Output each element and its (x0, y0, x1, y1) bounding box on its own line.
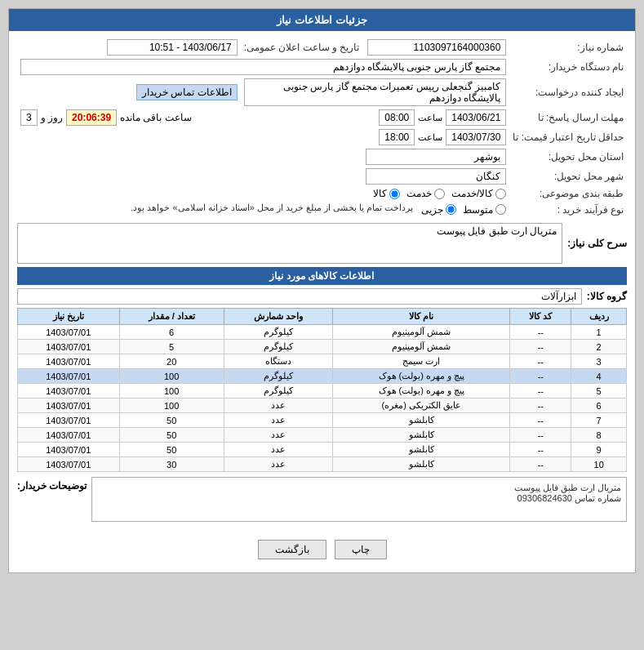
mohlat-baqi-label: ساعت باقی مانده (120, 112, 192, 123)
hadaq-label: حداقل تاریخ اعتبار قیمت: تا (509, 127, 627, 147)
main-content: شماره نیاز: 1103097164000360 تاریخ و ساع… (9, 31, 635, 572)
shahr-label: شهر محل تحویل: (509, 167, 627, 186)
noe-farayand-value: متوسط جزیی پرداخت تمام یا بخشی از مبلغ خ… (17, 201, 509, 218)
tozi-label: توضیحات خریدار: (17, 477, 87, 492)
gorohe-kala-value: ابزارآلات (17, 288, 582, 305)
gorohe-kala-label: گروه کالا: (587, 291, 627, 302)
table-row: 8--کابلشوعدد501403/07/01 (18, 428, 627, 443)
nam-dastgah-value: مجتمع گاز پارس جنوبی پالایشگاه دوازدهم (17, 57, 509, 77)
info-table: شماره نیاز: 1103097164000360 تاریخ و ساع… (17, 38, 627, 218)
serh-value: متریال ارت طبق فایل پیوست (17, 223, 562, 264)
mohlat-baqi-value: 20:06:39 (66, 109, 117, 126)
tozi-row: متریال ارت طبق فایل پیوست شماره تماس 093… (17, 477, 627, 528)
tabaqe-value: کالا/خدمت خدمت کالا (17, 186, 509, 201)
mohlat-saat: 08:00 (379, 109, 415, 126)
kala-table: ردیف کد کالا نام کالا واحد شمارش تعداد /… (17, 308, 627, 472)
col-tedad: تعداد / مقدار (119, 309, 224, 325)
table-row: 10--کابلشوعدد301403/07/01 (18, 457, 627, 472)
farayand-note: پرداخت تمام یا بخشی از مبلغ خرید از محل … (131, 203, 413, 213)
btn-bazgasht[interactable]: بازگشت (258, 540, 326, 559)
col-nam: نام کالا (333, 309, 510, 325)
serh-label: سرح کلی نیاز: (567, 238, 627, 249)
hadaq-value-cell: 1403/07/30 ساعت 18:00 (362, 127, 509, 147)
mohlat-baqi-cell: ساعت باقی مانده 20:06:39 روز و 3 (17, 108, 362, 127)
header-title: جزئیات اطلاعات نیاز (277, 14, 366, 26)
table-row: 7--کابلشوعدد501403/07/01 (18, 413, 627, 428)
motavaset-radio[interactable]: متوسط (463, 204, 506, 216)
page-container: جزئیات اطلاعات نیاز شماره نیاز: 11030971… (8, 8, 636, 573)
shomare-niaz-value: 1103097164000360 (362, 38, 509, 57)
jozi-radio[interactable]: جزیی (421, 204, 456, 216)
col-kod: کد کالا (510, 309, 571, 325)
tarikh-elan-value: 1403/06/17 - 10:51 (17, 38, 241, 57)
eijad-konande-label: ایجاد کننده درخواست: (509, 77, 627, 108)
nam-dastgah-label: نام دستگاه خریدار: (509, 57, 627, 77)
table-row: 3--ارت سیمجدستگاه201403/07/01 (18, 354, 627, 369)
hadaq-saat: 18:00 (379, 129, 415, 145)
tabaqe-label: طبقه بندی موضوعی: (509, 186, 627, 201)
btn-chap[interactable]: چاپ (335, 540, 387, 559)
col-tarikh: تاریخ نیاز (18, 309, 120, 325)
tarikh-elan-label: تاریخ و ساعت اعلان عمومی: (241, 38, 363, 57)
tozi-box: متریال ارت طبق فایل پیوست شماره تماس 093… (91, 477, 627, 522)
mohlat-label: مهلت ارسال پاسخ: تا (509, 108, 627, 127)
khadamat-radio[interactable]: خدمت (406, 188, 445, 199)
ostan-value: بوشهر (362, 147, 509, 167)
hadaq-date: 1403/07/30 (446, 129, 506, 145)
noe-farayand-label: نوع فرآیند خرید : (509, 201, 627, 218)
roz-label: روز و (41, 112, 63, 123)
tozi-value: متریال ارت طبق فایل پیوست شماره تماس 093… (514, 483, 621, 503)
kala-radio[interactable]: کالا (373, 188, 400, 199)
serh-row: سرح کلی نیاز: متریال ارت طبق فایل پیوست (17, 223, 627, 264)
table-row: 4--پیچ و مهره (بولت) هوککیلوگرم1001403/0… (18, 369, 627, 384)
table-row: 5--پیچ و مهره (بولت) هوککیلوگرم1001403/0… (18, 384, 627, 398)
etelaat-kalaha-title: اطلاعات کالاهای مورد نیاز (17, 267, 627, 285)
eijad-konande-value: کامبیز گنجعلی رییس تعمیرات مجتمع گاز پار… (241, 77, 510, 108)
mohlat-date: 1403/06/21 (446, 109, 506, 126)
page-header: جزئیات اطلاعات نیاز (9, 9, 635, 31)
ostan-label: استان محل تحویل: (509, 147, 627, 167)
table-row: 6--عایق الکتریکی (مغره)عدد1001403/07/01 (18, 398, 627, 413)
col-vahed: واحد شمارش (224, 309, 333, 325)
shahr-value: کنگان (362, 167, 509, 186)
button-row: چاپ بازگشت (17, 535, 627, 566)
table-row: 2--شمش آلومینیومکیلوگرم51403/07/01 (18, 340, 627, 354)
shomare-niaz-label: شماره نیاز: (509, 38, 627, 57)
table-row: 1--شمش آلومینیومکیلوگرم61403/07/01 (18, 325, 627, 340)
table-row: 9--کابلشوعدد501403/07/01 (18, 443, 627, 457)
gorohe-kala-row: گروه کالا: ابزارآلات (17, 288, 627, 305)
kala-khadamat-radio[interactable]: کالا/خدمت (451, 188, 506, 199)
col-radif: ردیف (571, 309, 627, 325)
mohlat-value-cell: 1403/06/21 ساعت 08:00 (362, 108, 509, 127)
etelaat-tamas-button[interactable]: اطلاعات تماس خریدار (136, 84, 238, 100)
etelaat-tamas-cell: اطلاعات تماس خریدار (17, 77, 241, 108)
mohlat-roz: 3 (20, 109, 38, 126)
